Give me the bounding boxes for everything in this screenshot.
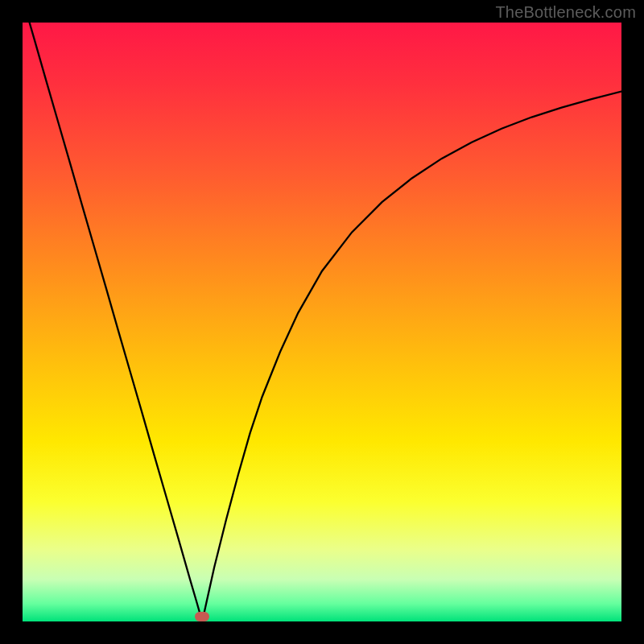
gradient-background (23, 23, 621, 621)
watermark-text: TheBottleneck.com (495, 3, 636, 22)
minimum-marker (195, 612, 209, 621)
chart-frame: TheBottleneck.com (0, 0, 644, 644)
plot-area (23, 23, 621, 621)
chart-svg (23, 23, 621, 621)
